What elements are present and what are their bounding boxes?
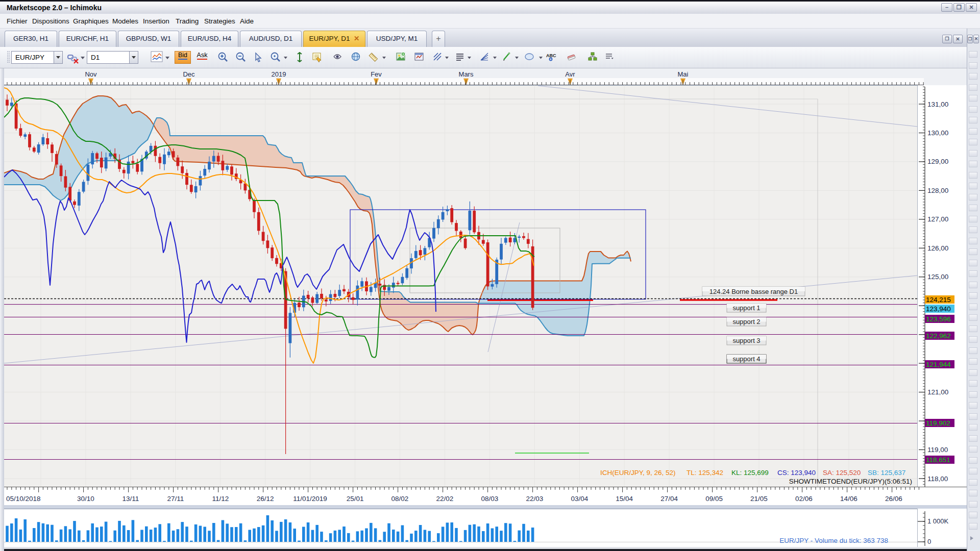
svg-text:11/12: 11/12 <box>212 495 229 503</box>
svg-text:15/04: 15/04 <box>616 495 633 503</box>
svg-text:support 2: support 2 <box>732 318 760 325</box>
svg-text:KL: 125,699: KL: 125,699 <box>731 469 769 477</box>
svg-text:1 000K: 1 000K <box>927 517 949 525</box>
svg-text:126,00: 126,00 <box>927 244 948 252</box>
svg-text:25/01: 25/01 <box>347 495 364 503</box>
svg-text:22/03: 22/03 <box>526 495 543 503</box>
svg-text:14/06: 14/06 <box>840 495 857 503</box>
svg-text:SHOWTIMETOEND(EUR/JPY)(5:06:51: SHOWTIMETOEND(EUR/JPY)(5:06:51) <box>789 478 912 485</box>
svg-text:118,00: 118,00 <box>927 475 948 483</box>
svg-text:121,00: 121,00 <box>927 388 948 396</box>
svg-text:08/03: 08/03 <box>481 495 499 503</box>
svg-text:21/05: 21/05 <box>750 495 768 503</box>
svg-text:TL: 125,342: TL: 125,342 <box>687 469 723 477</box>
svg-text:122,962: 122,962 <box>926 332 951 340</box>
svg-text:30/10: 30/10 <box>77 495 94 503</box>
svg-text:Mars: Mars <box>459 70 474 78</box>
svg-text:Avr: Avr <box>565 70 575 78</box>
svg-text:ICH(EUR/JPY, 9, 26, 52): ICH(EUR/JPY, 9, 26, 52) <box>600 469 676 477</box>
svg-text:22/02: 22/02 <box>436 495 454 503</box>
svg-text:02/06: 02/06 <box>795 495 813 503</box>
svg-text:26/12: 26/12 <box>257 495 274 503</box>
svg-text:Dec: Dec <box>183 70 195 78</box>
svg-text:CS: 123,940: CS: 123,940 <box>777 469 816 477</box>
svg-text:130,00: 130,00 <box>927 129 948 137</box>
svg-text:124.24 Borne basse range D1: 124.24 Borne basse range D1 <box>709 288 798 295</box>
svg-text:124,215: 124,215 <box>926 296 951 304</box>
svg-text:131,00: 131,00 <box>927 101 948 108</box>
svg-text:27/04: 27/04 <box>660 495 678 503</box>
svg-text:support 3: support 3 <box>732 337 760 344</box>
svg-text:123,596: 123,596 <box>926 315 951 323</box>
svg-text:127,00: 127,00 <box>927 215 948 223</box>
svg-text:129,00: 129,00 <box>927 158 948 165</box>
svg-text:support 1: support 1 <box>732 304 760 312</box>
svg-text:118,651: 118,651 <box>926 456 950 464</box>
svg-text:123,940: 123,940 <box>926 305 951 313</box>
svg-text:EUR/JPY - Volume du tick: 36: EUR/JPY - Volume du tick: 363 738 <box>779 537 888 544</box>
svg-text:119,902: 119,902 <box>926 419 950 427</box>
svg-text:05/10/2018: 05/10/2018 <box>6 495 41 503</box>
svg-text:26/06: 26/06 <box>885 495 902 503</box>
svg-text:SA: 125,520: SA: 125,520 <box>823 469 861 477</box>
svg-text:SB: 125,637: SB: 125,637 <box>868 469 905 477</box>
svg-text:11/01/2019: 11/01/2019 <box>293 495 327 503</box>
svg-text:03/04: 03/04 <box>571 495 588 503</box>
svg-text:support 4: support 4 <box>732 355 760 363</box>
svg-text:ABC: ABC <box>546 53 556 58</box>
svg-text:08/02: 08/02 <box>391 495 409 503</box>
svg-text:128,00: 128,00 <box>927 187 948 194</box>
svg-text:119,00: 119,00 <box>927 446 948 454</box>
svg-text:2019: 2019 <box>272 70 286 78</box>
svg-text:09/05: 09/05 <box>705 495 723 503</box>
svg-text:13/11: 13/11 <box>122 495 139 503</box>
svg-text:27/11: 27/11 <box>167 495 184 503</box>
svg-text:Mai: Mai <box>678 70 689 78</box>
svg-text:121,944: 121,944 <box>926 361 951 368</box>
svg-text:Nov: Nov <box>85 70 97 78</box>
svg-text:Fev: Fev <box>371 70 382 78</box>
svg-text:125,00: 125,00 <box>927 273 948 281</box>
svg-text:0: 0 <box>927 538 931 545</box>
